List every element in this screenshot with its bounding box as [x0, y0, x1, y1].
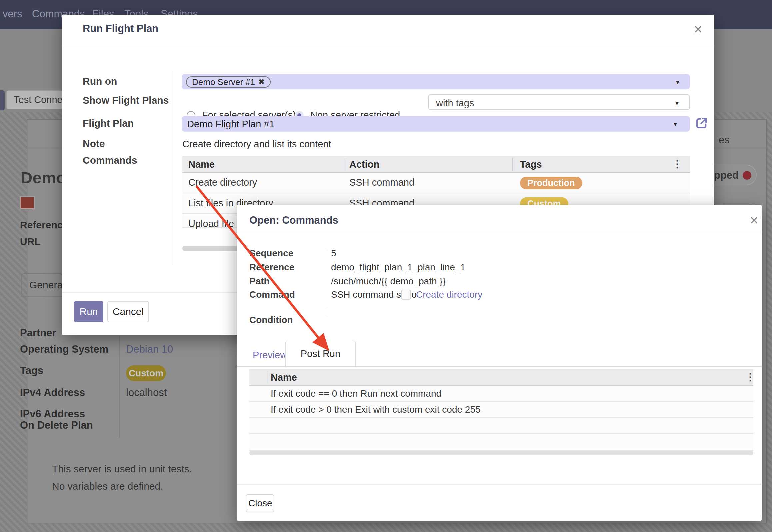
tab-preview[interactable]: Preview: [253, 350, 287, 361]
os-value-link[interactable]: Debian 10: [126, 343, 173, 355]
table-options-kebab-icon[interactable]: ⋮: [672, 158, 682, 170]
show-flight-plans-label: Show Flight Plans: [83, 95, 169, 106]
form-column-divider: [326, 316, 326, 338]
form-column-divider: [173, 72, 173, 265]
row-action: SSH command: [349, 177, 414, 188]
post-run-actions-table-header: Name ⋮: [249, 369, 753, 386]
flight-plan-field[interactable]: Demo Flight Plan #1 ▾: [182, 116, 690, 132]
remove-tag-icon[interactable]: ✖: [258, 78, 264, 86]
note-value: Create directory and list its content: [182, 139, 331, 150]
row-name: Create directory: [188, 177, 257, 188]
modal-header-divider: [237, 232, 762, 232]
partial-purple-button[interactable]: [0, 90, 5, 110]
table-horizontal-scrollbar[interactable]: [249, 451, 753, 455]
partial-right-text: es: [719, 134, 730, 146]
row-name: If exit code > 0 then Exit with custom e…: [271, 404, 481, 415]
table-row[interactable]: If exit code == 0 then Run next command: [249, 386, 753, 402]
run-modal-title: Run Flight Plan: [83, 23, 158, 35]
commands-modal-title: Open: Commands: [249, 214, 338, 226]
col-action[interactable]: Action: [349, 159, 379, 170]
unit-test-note-line2: No variables are defined.: [52, 481, 163, 492]
form-column-divider: [326, 249, 326, 308]
nav-item-servers[interactable]: vers: [3, 8, 22, 20]
header-col-divider: [345, 158, 345, 171]
tab-general[interactable]: General: [21, 273, 63, 297]
flight-plan-value: Demo Flight Plan #1: [187, 119, 275, 130]
flight-plan-caret-icon: ▾: [674, 120, 677, 128]
path-value: /such/much/{{ demo_path }}: [331, 276, 446, 287]
tab-post-run-actions[interactable]: Post Run Actions: [285, 341, 356, 367]
run-on-label: Run on: [83, 76, 117, 87]
command-create-directory-link[interactable]: Create directory: [416, 289, 482, 300]
ipv6-label: IPv6 Address: [20, 408, 85, 420]
status-label: pped: [714, 169, 739, 181]
col-tags[interactable]: Tags: [520, 159, 542, 170]
status-stopped-dot-icon: [743, 171, 751, 180]
reference-label: Reference: [20, 219, 68, 231]
tags-label: Tags: [20, 365, 43, 377]
table-row-empty[interactable]: [249, 434, 753, 451]
col-name[interactable]: Name: [188, 159, 215, 170]
partner-label: Partner: [20, 327, 56, 339]
screen: vers Commands Files Tools Settings Test …: [0, 0, 772, 532]
cancel-button[interactable]: Cancel: [107, 301, 149, 322]
ipv4-label: IPv4 Address: [20, 387, 85, 399]
commands-table-header: Name Action Tags ⋮: [182, 156, 690, 173]
server-tag-label: Demo Server #1: [192, 77, 255, 87]
server-page-title: Demo: [21, 168, 66, 187]
test-connection-button[interactable]: Test Conne: [6, 90, 67, 109]
command-label: Command: [249, 289, 295, 300]
with-tags-caret-icon: ▾: [675, 99, 679, 107]
with-tags-select[interactable]: with tags ▾: [428, 94, 690, 110]
close-button[interactable]: Close: [246, 494, 274, 512]
on-delete-plan-label: On Delete Plan: [20, 419, 93, 431]
commands-modal-close-icon[interactable]: ✕: [749, 214, 759, 227]
open-commands-modal: Open: Commands ✕ Sequence 5 Reference de…: [237, 205, 762, 521]
server-tag-pill: Custom: [126, 365, 166, 381]
modal-footer-divider: [237, 484, 762, 485]
reference-label: Reference: [249, 262, 294, 273]
sequence-label: Sequence: [249, 248, 293, 259]
table-row[interactable]: Create directory SSH command Production: [182, 173, 690, 193]
path-label: Path: [249, 276, 270, 287]
ipv4-value: localhost: [126, 387, 167, 399]
header-col-divider: [267, 371, 267, 384]
server-tag[interactable]: Demo Server #1 ✖: [186, 76, 271, 88]
table-options-kebab-icon[interactable]: ⋮: [745, 371, 755, 383]
header-col-divider: [512, 158, 513, 171]
label-column-divider: [119, 336, 120, 438]
flight-plan-label: Flight Plan: [83, 118, 134, 129]
col-name[interactable]: Name: [271, 372, 297, 383]
row-name: If exit code == 0 then Run next command: [271, 388, 441, 399]
operating-system-label: Operating System: [20, 343, 108, 355]
tabbar-divider: [237, 366, 762, 367]
condition-label: Condition: [249, 315, 293, 325]
run-modal-close-icon[interactable]: ✕: [693, 23, 703, 36]
table-row[interactable]: If exit code > 0 then Exit with custom e…: [249, 402, 753, 418]
run-on-caret-icon[interactable]: ▾: [676, 78, 679, 86]
modal-header-divider: [62, 46, 714, 46]
table-row-empty[interactable]: [249, 418, 753, 434]
commands-label: Commands: [83, 155, 137, 166]
with-tags-value: with tags: [436, 98, 474, 109]
command-checkbox[interactable]: [401, 290, 411, 300]
color-swatch[interactable]: [20, 196, 35, 209]
unit-test-note-line1: This server is used in unit tests.: [52, 463, 192, 475]
open-flight-plan-external-link-icon[interactable]: [695, 116, 709, 130]
row-tag-pill: Production: [520, 177, 582, 189]
run-button[interactable]: Run: [74, 301, 103, 322]
url-label: URL: [20, 236, 41, 247]
reference-value: demo_flight_plan_1_plan_line_1: [331, 262, 465, 273]
sequence-value: 5: [331, 248, 336, 259]
note-label: Note: [83, 138, 105, 149]
